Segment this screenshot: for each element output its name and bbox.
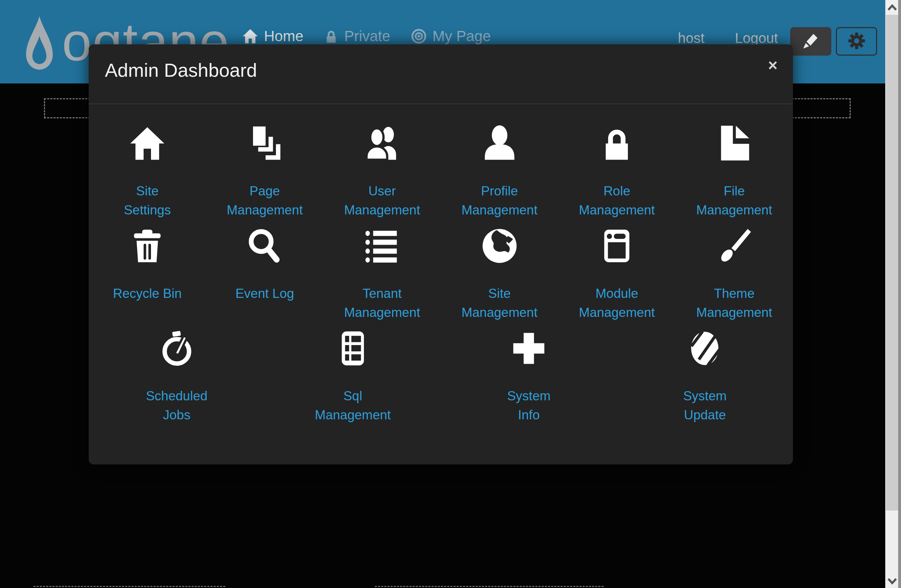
tile-label: SystemUpdate <box>617 387 793 425</box>
modal-title: Admin Dashboard <box>105 59 777 81</box>
modal-header: Admin Dashboard × <box>89 44 793 104</box>
lock-icon <box>558 123 675 162</box>
pencil-icon <box>802 32 820 51</box>
page: oqtane Home Private <box>0 0 901 588</box>
tile-label: ThemeManagement <box>675 284 793 323</box>
pages-icon <box>206 123 323 162</box>
edit-mode-button[interactable] <box>790 27 831 56</box>
nav-item-home[interactable]: Home <box>242 28 303 45</box>
nav-item-label: Private <box>344 28 390 45</box>
cutoff-placeholder-left <box>33 586 225 588</box>
nav-item-label: My Page <box>433 28 491 45</box>
tile-sql-management[interactable]: SqlManagement <box>265 328 441 425</box>
chevron-up-icon[interactable] <box>887 4 897 11</box>
vertical-scrollbar[interactable] <box>885 0 901 588</box>
tile-role-management[interactable]: RoleManagement <box>558 123 675 220</box>
chevron-down-icon[interactable] <box>887 577 897 585</box>
cutoff-placeholder-right <box>375 586 603 588</box>
target-icon <box>411 28 427 44</box>
tile-label: ScheduledJobs <box>89 387 265 425</box>
admin-dashboard-modal: Admin Dashboard × SiteSettingsPageManage… <box>89 44 793 465</box>
tile-label: UserManagement <box>323 182 441 220</box>
tile-label: Recycle Bin <box>89 284 206 303</box>
window-icon <box>558 225 675 264</box>
scrollbar-edge <box>898 0 901 588</box>
tile-module-management[interactable]: ModuleManagement <box>558 225 675 323</box>
spreadsheet-icon <box>265 328 441 367</box>
home-icon <box>89 123 206 162</box>
tile-user-management[interactable]: UserManagement <box>323 123 441 220</box>
nav-item-private[interactable]: Private <box>324 28 390 45</box>
list-icon <box>323 225 441 264</box>
user-link[interactable]: host <box>678 30 705 46</box>
logout-link[interactable]: Logout <box>735 30 778 46</box>
tile-label: SystemInfo <box>441 387 617 425</box>
tile-system-update[interactable]: SystemUpdate <box>617 328 793 425</box>
settings-button[interactable] <box>836 27 877 56</box>
tile-file-management[interactable]: FileManagement <box>675 123 793 220</box>
tile-label: Event Log <box>206 284 323 303</box>
scrollbar-thumb[interactable] <box>886 15 898 510</box>
aperture-icon <box>617 328 793 367</box>
timer-icon <box>89 328 265 367</box>
tile-recycle-bin[interactable]: Recycle Bin <box>89 225 206 323</box>
person-icon <box>441 123 558 162</box>
tile-label: ProfileManagement <box>441 182 558 220</box>
tile-system-info[interactable]: SystemInfo <box>441 328 617 425</box>
tile-site-settings[interactable]: SiteSettings <box>89 123 206 220</box>
magnifier-icon <box>206 225 323 264</box>
tile-site-management[interactable]: SiteManagement <box>441 225 558 323</box>
close-icon[interactable]: × <box>768 57 778 73</box>
brush-icon <box>675 225 793 264</box>
nav-item-label: Home <box>264 28 303 45</box>
people-icon <box>323 123 441 162</box>
admin-tile-grid: SiteSettingsPageManagementUserManagement… <box>89 123 793 430</box>
file-icon <box>675 123 793 162</box>
tile-label: TenantManagement <box>323 284 441 323</box>
nav-item-my-page[interactable]: My Page <box>411 28 491 45</box>
tile-profile-management[interactable]: ProfileManagement <box>441 123 558 220</box>
tile-label: FileManagement <box>675 182 793 220</box>
tile-theme-management[interactable]: ThemeManagement <box>675 225 793 323</box>
tile-label: PageManagement <box>206 182 323 220</box>
lock-icon <box>324 28 338 44</box>
globe-icon <box>441 225 558 264</box>
tile-page-management[interactable]: PageManagement <box>206 123 323 220</box>
tile-label: SqlManagement <box>265 387 441 425</box>
trash-icon <box>89 225 206 264</box>
gear-icon <box>847 31 867 52</box>
tile-event-log[interactable]: Event Log <box>206 225 323 323</box>
tile-label: RoleManagement <box>558 182 675 220</box>
tile-label: ModuleManagement <box>558 284 675 323</box>
tile-label: SiteSettings <box>89 182 206 220</box>
home-icon <box>242 28 258 44</box>
tile-label: SiteManagement <box>441 284 558 323</box>
cross-icon <box>441 328 617 367</box>
tile-tenant-management[interactable]: TenantManagement <box>323 225 441 323</box>
modal-body: SiteSettingsPageManagementUserManagement… <box>89 104 793 430</box>
water-drop-icon <box>22 14 57 78</box>
tile-scheduled-jobs[interactable]: ScheduledJobs <box>89 328 265 425</box>
